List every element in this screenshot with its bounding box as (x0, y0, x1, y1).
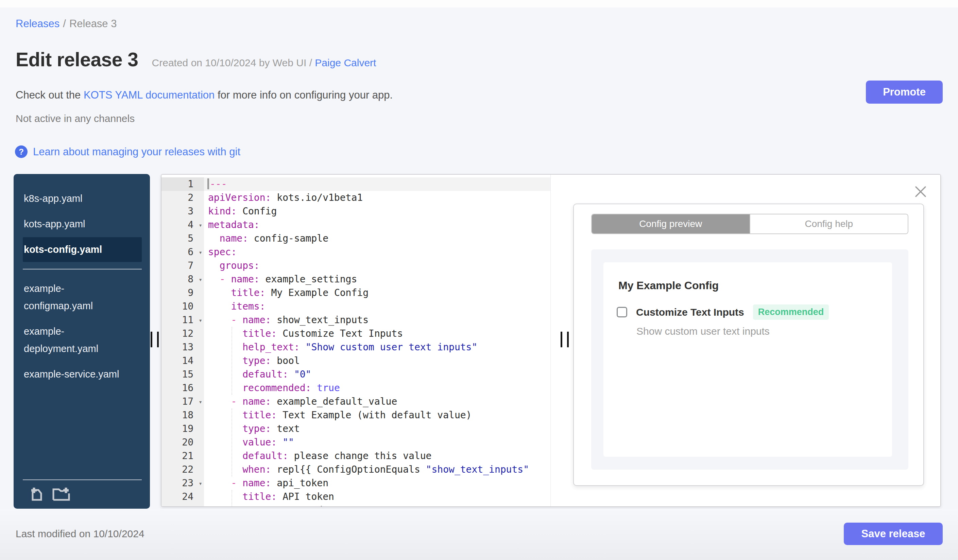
sidebar-item-kots-app.yaml[interactable]: kots-app.yaml (23, 212, 142, 237)
code-line-25[interactable]: 25 type: password (162, 504, 550, 506)
config-group-title: My Example Config (619, 279, 718, 292)
code-line-4[interactable]: 4▾metadata: (162, 218, 550, 232)
code-text: spec: (204, 245, 550, 259)
config-item-label: Customize Text Inputs (636, 307, 744, 318)
code-text: - name: example_default_value (204, 395, 550, 408)
line-number: 8▾ (162, 272, 204, 286)
line-number: 9 (162, 286, 204, 300)
code-text: title: Text Example (with default value) (204, 408, 550, 422)
code-line-17[interactable]: 17▾ - name: example_default_value (162, 395, 550, 408)
save-release-button[interactable]: Save release (844, 523, 943, 545)
code-text: title: API token (204, 490, 550, 504)
code-line-15[interactable]: 15 default: "0" (162, 368, 550, 381)
code-line-8[interactable]: 8▾ - name: example_settings (162, 272, 550, 286)
code-text: name: config-sample (204, 232, 550, 245)
breadcrumb: Releases/Release 3 (16, 18, 117, 30)
editor-resize-handle[interactable] (561, 332, 569, 347)
file-list: k8s-app.yamlkots-app.yamlkots-config.yam… (14, 186, 150, 387)
code-line-2[interactable]: 2apiVersion: kots.io/v1beta1 (162, 191, 550, 204)
config-item-help: Show custom user text inputs (636, 326, 770, 337)
close-icon[interactable] (914, 185, 928, 198)
breadcrumb-releases-link[interactable]: Releases (16, 18, 59, 30)
line-number: 3 (162, 204, 204, 218)
line-number: 12 (162, 327, 204, 340)
line-number: 1 (162, 177, 204, 191)
yaml-editor[interactable]: 1---2apiVersion: kots.io/v1beta13kind: C… (162, 175, 551, 506)
sidebar-item-example-configmap.yaml[interactable]: example-configmap.yaml (23, 276, 142, 318)
code-text: - name: api_token (204, 476, 550, 490)
code-text: type: bool (204, 354, 550, 368)
git-releases-link[interactable]: Learn about managing your releases with … (33, 146, 240, 158)
customize-text-inputs-checkbox[interactable] (617, 307, 627, 317)
line-number: 10 (162, 300, 204, 313)
code-line-19[interactable]: 19 type: text (162, 422, 550, 436)
fold-arrow-icon[interactable]: ▾ (198, 477, 202, 490)
fold-arrow-icon[interactable]: ▾ (198, 395, 202, 409)
code-line-20[interactable]: 20 value: "" (162, 436, 550, 449)
code-text: - name: example_settings (204, 272, 550, 286)
code-text: type: password (204, 504, 550, 506)
sidebar-item-kots-config.yaml[interactable]: kots-config.yaml (23, 237, 142, 262)
sidebar-resize-handle[interactable] (151, 332, 159, 347)
line-number: 4▾ (162, 218, 204, 232)
code-line-3[interactable]: 3kind: Config (162, 204, 550, 218)
tab-config-help[interactable]: Config help (750, 214, 908, 233)
new-file-icon[interactable] (28, 485, 44, 501)
code-text: type: text (204, 422, 550, 436)
sidebar-footer (23, 479, 142, 509)
code-text: value: "" (204, 436, 550, 449)
code-rows: 1---2apiVersion: kots.io/v1beta13kind: C… (162, 177, 550, 506)
code-line-23[interactable]: 23▾ - name: api_token (162, 476, 550, 490)
line-number: 11▾ (162, 313, 204, 327)
fold-arrow-icon[interactable]: ▾ (198, 218, 202, 232)
code-line-7[interactable]: 7 groups: (162, 259, 550, 272)
tab-config-preview[interactable]: Config preview (592, 214, 750, 233)
code-line-5[interactable]: 5 name: config-sample (162, 232, 550, 245)
fold-arrow-icon[interactable]: ▾ (198, 273, 202, 286)
code-line-9[interactable]: 9 title: My Example Config (162, 286, 550, 300)
created-on-text: Created on 10/10/2024 by Web UI / Paige … (152, 57, 376, 69)
sidebar-divider (23, 269, 142, 269)
code-line-16[interactable]: 16 recommended: true (162, 381, 550, 395)
help-icon: ? (15, 146, 27, 158)
line-number: 16 (162, 381, 204, 395)
line-number: 14 (162, 354, 204, 368)
fold-arrow-icon[interactable]: ▾ (198, 314, 202, 327)
promote-button[interactable]: Promote (866, 81, 943, 104)
code-text: - name: show_text_inputs (204, 313, 550, 327)
code-line-24[interactable]: 24 title: API token (162, 490, 550, 504)
code-line-11[interactable]: 11▾ - name: show_text_inputs (162, 313, 550, 327)
file-label: kots-app.yaml (24, 215, 85, 233)
kots-yaml-docs-link[interactable]: KOTS YAML documentation (84, 89, 214, 101)
code-line-10[interactable]: 10 items: (162, 300, 550, 313)
code-line-6[interactable]: 6▾spec: (162, 245, 550, 259)
code-line-14[interactable]: 14 type: bool (162, 354, 550, 368)
code-text: apiVersion: kots.io/v1beta1 (204, 191, 550, 204)
code-line-12[interactable]: 12 title: Customize Text Inputs (162, 327, 550, 340)
line-number: 6▾ (162, 245, 204, 259)
code-line-18[interactable]: 18 title: Text Example (with default val… (162, 408, 550, 422)
line-number: 17▾ (162, 395, 204, 408)
recommended-badge: Recommended (753, 304, 829, 320)
sidebar-item-example-deployment.yaml[interactable]: example-deployment.yaml (23, 319, 142, 361)
code-line-1[interactable]: 1--- (162, 177, 550, 191)
new-folder-icon[interactable] (52, 485, 70, 501)
line-number: 15 (162, 368, 204, 381)
code-line-13[interactable]: 13 help_text: "Show custom user text inp… (162, 340, 550, 354)
code-line-22[interactable]: 22 when: repl{{ ConfigOptionEquals "show… (162, 463, 550, 476)
file-label: example-service.yaml (24, 365, 119, 383)
fold-arrow-icon[interactable]: ▾ (198, 246, 202, 259)
code-text: default: "0" (204, 368, 550, 381)
line-number: 2 (162, 191, 204, 204)
line-number: 25 (162, 504, 204, 506)
author-link[interactable]: Paige Calvert (315, 57, 376, 68)
config-preview-pane: Config previewConfig help My Example Con… (551, 175, 940, 506)
docs-after: for more info on configuring your app. (214, 89, 393, 101)
sidebar-item-k8s-app.yaml[interactable]: k8s-app.yaml (23, 186, 142, 211)
code-line-21[interactable]: 21 default: please change this value (162, 449, 550, 463)
sidebar-item-example-service.yaml[interactable]: example-service.yaml (23, 362, 142, 387)
file-sidebar: k8s-app.yamlkots-app.yamlkots-config.yam… (14, 174, 150, 509)
edit-release-page: Releases/Release 3 Edit release 3 Create… (0, 0, 958, 560)
line-number: 13 (162, 340, 204, 354)
file-label: example-configmap.yaml (24, 280, 126, 315)
